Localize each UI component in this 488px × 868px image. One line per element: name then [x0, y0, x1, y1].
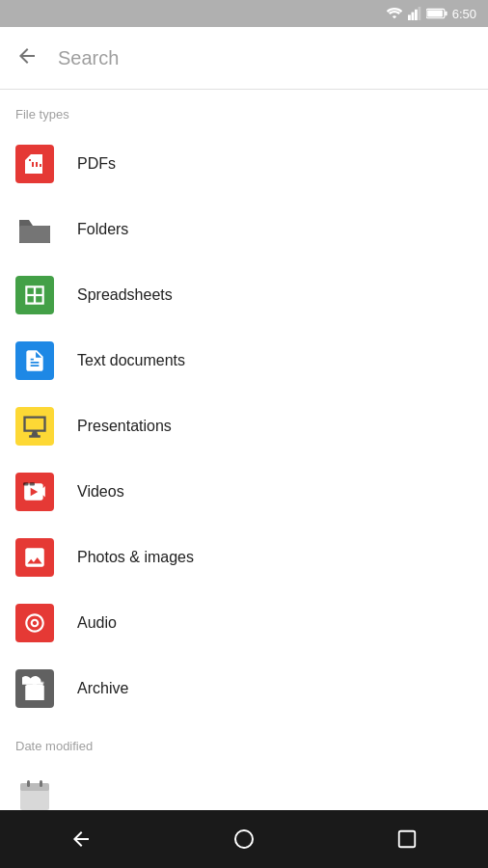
nav-recents-icon: [396, 828, 418, 850]
svg-rect-9: [26, 294, 42, 296]
nav-home-button[interactable]: [215, 820, 273, 858]
svg-rect-11: [30, 482, 35, 485]
main-content: File types PDFs Folders: [0, 90, 488, 810]
svg-rect-2: [415, 10, 418, 20]
spreadsheets-label: Spreadsheets: [77, 286, 173, 304]
folders-label: Folders: [77, 221, 128, 238]
text-doc-icon: [15, 341, 54, 380]
video-icon: [15, 473, 54, 511]
svg-rect-1: [411, 13, 414, 20]
audio-label: Audio: [77, 614, 117, 632]
svg-rect-10: [23, 482, 28, 485]
svg-rect-21: [398, 831, 415, 848]
pdfs-label: PDFs: [77, 155, 116, 173]
list-item-folders[interactable]: Folders: [0, 197, 488, 262]
file-types-label: File types: [0, 90, 488, 131]
list-item-spreadsheets[interactable]: Spreadsheets: [0, 262, 488, 328]
back-button[interactable]: [15, 44, 39, 71]
svg-rect-19: [40, 780, 42, 787]
svg-rect-5: [445, 12, 447, 16]
svg-rect-7: [19, 226, 50, 243]
archive-label: Archive: [77, 680, 128, 697]
calendar-svg: [17, 778, 52, 810]
nav-bar: [0, 810, 488, 868]
spreadsheet-icon: [15, 276, 54, 314]
list-item-audio[interactable]: Audio: [0, 590, 488, 656]
audio-svg: [22, 610, 47, 636]
status-bar: 6:50: [0, 0, 488, 27]
folder-icon: [15, 210, 54, 249]
nav-recents-button[interactable]: [378, 820, 436, 858]
spreadsheet-svg: [22, 283, 47, 308]
svg-rect-6: [427, 10, 443, 16]
folder-svg: [15, 212, 54, 247]
archive-svg: [22, 676, 47, 701]
presentation-svg: [21, 413, 48, 440]
list-item-photos-images[interactable]: Photos & images: [0, 525, 488, 590]
presentations-label: Presentations: [77, 418, 172, 435]
photo-svg: [22, 545, 47, 570]
svg-rect-17: [20, 783, 49, 791]
date-modified-label: Date modified: [0, 721, 488, 763]
photos-images-label: Photos & images: [77, 549, 194, 566]
video-svg: [22, 479, 47, 504]
audio-icon: [15, 604, 54, 642]
signal-icon: [408, 7, 421, 20]
archive-icon: [15, 669, 54, 708]
wifi-icon: [386, 7, 403, 20]
list-item-presentations[interactable]: Presentations: [0, 393, 488, 459]
search-placeholder[interactable]: Search: [58, 47, 119, 69]
pdf-svg: [23, 152, 46, 176]
calendar-icon: [15, 776, 54, 810]
status-icons: 6:50: [386, 7, 476, 21]
nav-back-button[interactable]: [52, 820, 110, 858]
nav-home-icon: [232, 827, 256, 851]
videos-label: Videos: [77, 483, 124, 501]
battery-icon: [426, 8, 447, 19]
presentation-icon: [15, 407, 54, 446]
list-item-archive[interactable]: Archive: [0, 656, 488, 721]
svg-rect-15: [25, 681, 44, 684]
list-item-text-documents[interactable]: Text documents: [0, 328, 488, 393]
svg-rect-18: [27, 780, 30, 787]
text-documents-label: Text documents: [77, 352, 185, 369]
status-time: 6:50: [452, 7, 476, 21]
svg-rect-12: [33, 678, 37, 681]
list-item-date-modified[interactable]: [0, 763, 488, 810]
list-item-videos[interactable]: Videos: [0, 459, 488, 525]
text-doc-svg: [22, 348, 47, 373]
svg-point-20: [235, 830, 253, 848]
back-arrow-icon: [15, 44, 39, 68]
svg-rect-3: [418, 7, 420, 20]
search-header: Search: [0, 27, 488, 90]
list-item-pdfs[interactable]: PDFs: [0, 131, 488, 197]
svg-rect-0: [408, 14, 411, 20]
nav-back-icon: [69, 827, 93, 851]
photo-icon: [15, 538, 54, 577]
pdf-icon: [15, 145, 54, 183]
